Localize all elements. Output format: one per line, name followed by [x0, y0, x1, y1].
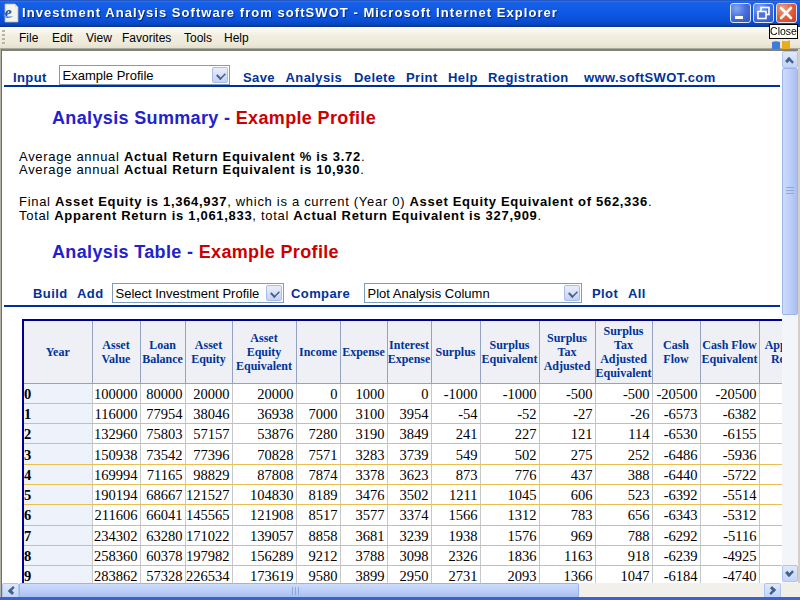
svg-text:e: e	[5, 4, 12, 21]
